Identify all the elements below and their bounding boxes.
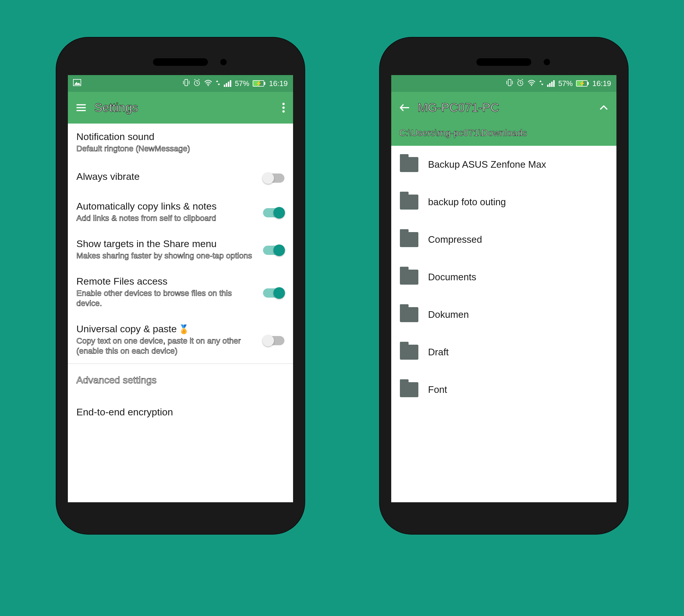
svg-line-24 <box>520 83 521 84</box>
status-time: 16:19 <box>269 79 287 88</box>
svg-marker-1 <box>74 82 81 85</box>
toggle-always-vibrate[interactable] <box>263 174 284 183</box>
front-camera <box>544 59 550 65</box>
svg-point-10 <box>208 85 209 86</box>
app-bar-files: MG-PC071-PC <box>391 92 616 124</box>
setting-remote-files[interactable]: Remote Files access Enable other devices… <box>68 268 293 316</box>
hamburger-icon[interactable] <box>76 104 86 112</box>
svg-line-26 <box>522 79 523 80</box>
setting-subtitle: Makes sharing faster by showing one-tap … <box>77 250 257 261</box>
screen-files: 57% ⚡ 16:19 MG-PC071-PC C:\Users\mg-pc07… <box>391 75 616 502</box>
folder-label: Compressed <box>428 234 482 245</box>
alarm-icon <box>193 79 201 88</box>
svg-marker-28 <box>539 80 542 82</box>
setting-universal-copy[interactable]: Universal copy & paste🏅 Copy text on one… <box>68 316 293 364</box>
setting-auto-copy-links[interactable]: Automatically copy links & notes Add lin… <box>68 193 293 230</box>
setting-share-targets[interactable]: Show targets in the Share menu Makes sha… <box>68 230 293 268</box>
phone-bezel-top <box>68 49 293 75</box>
battery-charging-icon: ⚡ <box>253 80 264 87</box>
wifi-icon <box>204 79 212 88</box>
setting-title: Automatically copy links & notes <box>77 201 257 212</box>
folder-label: Dokumen <box>428 309 469 320</box>
toggle-share-targets[interactable] <box>263 246 284 255</box>
app-bar-settings: Settings <box>68 92 293 124</box>
setting-subtitle: Add links & notes from self to clipboard <box>77 213 257 223</box>
vibrate-icon <box>183 79 190 88</box>
back-arrow-icon[interactable] <box>399 103 410 112</box>
folder-row[interactable]: Dokumen <box>391 296 616 333</box>
battery-percent: 57% <box>235 80 249 88</box>
svg-marker-11 <box>216 80 218 82</box>
page-title: MG-PC071-PC <box>418 101 591 115</box>
setting-title: Notification sound <box>77 131 284 142</box>
setting-e2e-encryption[interactable]: End-to-end encryption <box>68 396 293 428</box>
status-bar: 57% ⚡ 16:19 <box>391 75 616 92</box>
svg-marker-29 <box>541 84 543 85</box>
vibrate-icon <box>506 79 513 88</box>
setting-notification-sound[interactable]: Notification sound Default ringtone (New… <box>68 124 293 161</box>
toggle-auto-copy-links[interactable] <box>263 208 284 217</box>
folder-row[interactable]: Draft <box>391 333 616 371</box>
speaker-grill <box>476 58 531 66</box>
folder-icon <box>400 382 419 397</box>
status-bar: 57% ⚡ 16:19 <box>68 75 293 92</box>
wifi-icon <box>528 79 536 88</box>
folder-icon <box>400 157 419 172</box>
speaker-grill <box>153 58 208 66</box>
toggle-remote-files[interactable] <box>263 288 284 298</box>
setting-title: Universal copy & paste🏅 <box>77 323 257 334</box>
battery-percent: 57% <box>558 80 573 88</box>
folder-label: Font <box>428 384 447 395</box>
svg-point-17 <box>282 107 285 109</box>
setting-advanced[interactable]: Advanced settings <box>68 364 293 396</box>
data-arrows-icon <box>539 79 544 88</box>
data-arrows-icon <box>216 79 220 88</box>
folder-row[interactable]: Font <box>391 371 616 409</box>
signal-icon <box>547 80 555 87</box>
svg-point-16 <box>282 103 285 105</box>
svg-line-8 <box>194 79 195 80</box>
front-camera <box>220 59 227 65</box>
folder-list: Backup ASUS Zenfone Max backup foto outi… <box>391 146 616 409</box>
folder-row[interactable]: Compressed <box>391 221 616 258</box>
settings-list: Notification sound Default ringtone (New… <box>68 124 293 428</box>
battery-charging-icon: ⚡ <box>576 80 587 87</box>
screen-settings: 57% ⚡ 16:19 Settings Notification sound … <box>68 75 293 502</box>
folder-label: Documents <box>428 272 476 283</box>
svg-line-9 <box>198 79 199 80</box>
svg-point-18 <box>282 110 285 113</box>
folder-row[interactable]: backup foto outing <box>391 183 616 221</box>
setting-title: Always vibrate <box>77 171 257 182</box>
folder-icon <box>400 270 419 285</box>
setting-subtitle: Default ringtone (NewMessage) <box>77 144 284 154</box>
phone-bezel-top <box>391 49 616 75</box>
folder-icon <box>400 307 419 322</box>
svg-line-7 <box>197 83 198 84</box>
svg-marker-12 <box>218 84 220 85</box>
alarm-icon <box>516 79 524 88</box>
signal-icon <box>224 80 231 87</box>
setting-always-vibrate[interactable]: Always vibrate <box>68 161 293 193</box>
folder-icon <box>400 232 419 247</box>
phone-mockup-settings: 57% ⚡ 16:19 Settings Notification sound … <box>56 38 305 534</box>
page-title: Settings <box>94 101 274 115</box>
setting-title: Remote Files access <box>77 276 257 287</box>
folder-label: Backup ASUS Zenfone Max <box>428 159 546 170</box>
chevron-up-icon[interactable] <box>599 105 608 111</box>
svg-point-27 <box>531 85 532 86</box>
svg-line-25 <box>518 79 519 80</box>
premium-badge-icon: 🏅 <box>178 325 189 334</box>
folder-row[interactable]: Backup ASUS Zenfone Max <box>391 146 616 183</box>
toggle-universal-copy[interactable] <box>263 336 284 345</box>
folder-row[interactable]: Documents <box>391 258 616 296</box>
svg-rect-19 <box>508 80 511 86</box>
folder-label: Draft <box>428 347 449 358</box>
folder-label: backup foto outing <box>428 197 506 207</box>
status-time: 16:19 <box>592 79 611 88</box>
setting-subtitle: Copy text on one device, paste it on any… <box>77 336 257 356</box>
phone-mockup-files: 57% ⚡ 16:19 MG-PC071-PC C:\Users\mg-pc07… <box>380 38 628 534</box>
folder-icon <box>400 345 419 360</box>
breadcrumb-path[interactable]: C:\Users\mg-pc071\Downloads <box>391 124 616 146</box>
more-vert-icon[interactable] <box>282 103 285 113</box>
setting-subtitle: Enable other devices to browse files on … <box>77 288 257 308</box>
